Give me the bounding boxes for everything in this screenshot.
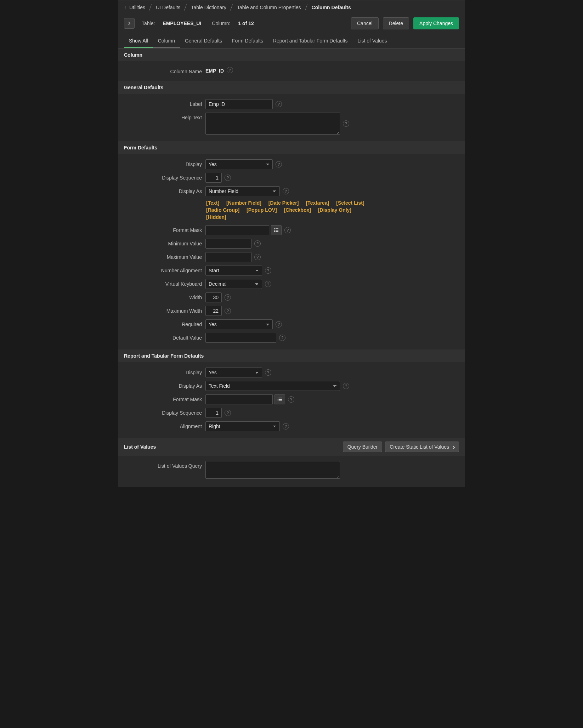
help-icon[interactable]: ? <box>279 335 285 341</box>
ql-display-only[interactable]: [Display Only] <box>318 207 351 213</box>
form-min-input[interactable] <box>205 239 251 249</box>
help-icon[interactable]: ? <box>254 254 261 260</box>
section-form-head: Form Defaults <box>118 141 465 154</box>
form-numalign-lbl: Number Alignment <box>124 266 202 273</box>
section-column-head: Column <box>118 49 465 61</box>
apply-changes-button[interactable]: Apply Changes <box>413 17 459 29</box>
crumb-sep-icon <box>229 5 234 10</box>
form-vk-lbl: Virtual Keyboard <box>124 279 202 287</box>
label-input[interactable] <box>205 99 273 109</box>
ql-number-field[interactable]: [Number Field] <box>226 200 261 206</box>
cancel-button[interactable]: Cancel <box>351 17 379 29</box>
form-displayas-select[interactable]: Number Field <box>205 186 280 196</box>
column-name-label: Column Name <box>124 67 202 74</box>
help-icon[interactable]: ? <box>225 294 231 301</box>
ql-textarea[interactable]: [Textarea] <box>306 200 329 206</box>
ql-select-list[interactable]: [Select List] <box>336 200 364 206</box>
ql-radio-group[interactable]: [Radio Group] <box>206 207 239 213</box>
tab-show-all[interactable]: Show All <box>124 35 153 48</box>
ql-date-picker[interactable]: [Date Picker] <box>268 200 299 206</box>
crumb-current: Column Defaults <box>312 5 351 10</box>
help-icon[interactable]: ? <box>276 101 282 107</box>
label-lbl: Label <box>124 99 202 107</box>
help-icon[interactable]: ? <box>283 188 289 194</box>
help-text-input[interactable] <box>205 113 340 135</box>
svg-point-0 <box>274 228 275 229</box>
ql-hidden[interactable]: [Hidden] <box>206 214 226 220</box>
next-column-button[interactable] <box>124 18 135 29</box>
form-vk-select[interactable]: Decimal <box>205 279 262 289</box>
form-mask-input[interactable] <box>205 225 269 235</box>
delete-button[interactable]: Delete <box>383 17 409 29</box>
form-def-input[interactable] <box>205 333 276 343</box>
form-maxw-input[interactable] <box>205 306 222 316</box>
crumb-sep-icon <box>148 5 153 10</box>
ql-checkbox[interactable]: [Checkbox] <box>284 207 311 213</box>
form-def-lbl: Default Value <box>124 333 202 341</box>
help-text-lbl: Help Text <box>124 113 202 120</box>
crumb-tabledict[interactable]: Table Dictionary <box>191 5 226 10</box>
help-icon[interactable]: ? <box>227 67 233 73</box>
help-icon[interactable]: ? <box>343 383 349 389</box>
ql-popup-lov[interactable]: [Popup LOV] <box>247 207 277 213</box>
form-max-input[interactable] <box>205 252 251 262</box>
crumb-uidefaults[interactable]: UI Defaults <box>156 5 180 10</box>
tab-general-defaults[interactable]: General Defaults <box>180 35 227 48</box>
format-mask-picker-button[interactable] <box>271 225 282 235</box>
column-value: 1 of 12 <box>238 21 254 26</box>
help-icon[interactable]: ? <box>265 281 271 287</box>
svg-point-2 <box>274 230 275 231</box>
create-static-lov-button[interactable]: Create Static List of Values <box>385 442 459 452</box>
help-icon[interactable]: ? <box>225 410 231 416</box>
help-icon[interactable]: ? <box>225 308 231 314</box>
format-mask-picker-button[interactable] <box>274 394 285 404</box>
crumb-tablecolprops[interactable]: Table and Column Properties <box>237 5 301 10</box>
svg-rect-1 <box>276 228 278 229</box>
svg-point-10 <box>278 400 279 402</box>
query-builder-button[interactable]: Query Builder <box>343 442 383 452</box>
help-icon[interactable]: ? <box>276 321 282 328</box>
table-label: Table: <box>142 21 155 26</box>
report-align-select[interactable]: Right <box>205 421 280 431</box>
tab-form-defaults[interactable]: Form Defaults <box>227 35 268 48</box>
tab-column[interactable]: Column <box>153 35 180 48</box>
help-icon[interactable]: ? <box>276 161 282 167</box>
form-display-select[interactable]: Yes <box>205 159 273 169</box>
svg-point-4 <box>274 231 275 232</box>
form-mask-lbl: Format Mask <box>124 225 202 233</box>
tabs: Show All Column General Defaults Form De… <box>118 35 465 49</box>
form-width-input[interactable] <box>205 292 222 302</box>
help-icon[interactable]: ? <box>284 227 291 233</box>
crumb-sep-icon <box>304 5 309 10</box>
list-icon <box>274 228 279 232</box>
lov-query-lbl: List of Values Query <box>124 461 202 469</box>
help-icon[interactable]: ? <box>265 369 271 376</box>
help-icon[interactable]: ? <box>225 175 231 181</box>
svg-point-6 <box>278 398 279 399</box>
form-seq-input[interactable] <box>205 173 222 183</box>
crumb-utilities[interactable]: Utilities <box>129 5 145 10</box>
report-seq-input[interactable] <box>205 408 222 418</box>
report-display-select[interactable]: Yes <box>205 368 262 377</box>
report-mask-lbl: Format Mask <box>124 394 202 402</box>
form-numalign-select[interactable]: Start <box>205 266 262 275</box>
form-maxw-lbl: Maximum Width <box>124 306 202 314</box>
chevron-right-icon <box>452 445 455 449</box>
report-displayas-select[interactable]: Text Field <box>205 381 340 391</box>
tab-report-defaults[interactable]: Report and Tabular Form Defaults <box>268 35 353 48</box>
form-req-select[interactable]: Yes <box>205 319 273 329</box>
tab-lov[interactable]: List of Values <box>353 35 392 48</box>
breadcrumb: ↑ Utilities UI Defaults Table Dictionary… <box>118 0 465 15</box>
ql-text[interactable]: [Text] <box>206 200 219 206</box>
report-mask-input[interactable] <box>205 394 273 404</box>
breadcrumb-up-icon[interactable]: ↑ <box>124 5 126 10</box>
column-label: Column: <box>212 21 230 26</box>
svg-rect-7 <box>279 398 282 398</box>
lov-query-input[interactable] <box>205 461 340 479</box>
help-icon[interactable]: ? <box>283 423 289 430</box>
help-icon[interactable]: ? <box>265 267 271 274</box>
section-report-head: Report and Tabular Form Defaults <box>118 349 465 362</box>
help-icon[interactable]: ? <box>288 396 294 403</box>
help-icon[interactable]: ? <box>254 240 261 247</box>
help-icon[interactable]: ? <box>343 120 349 127</box>
